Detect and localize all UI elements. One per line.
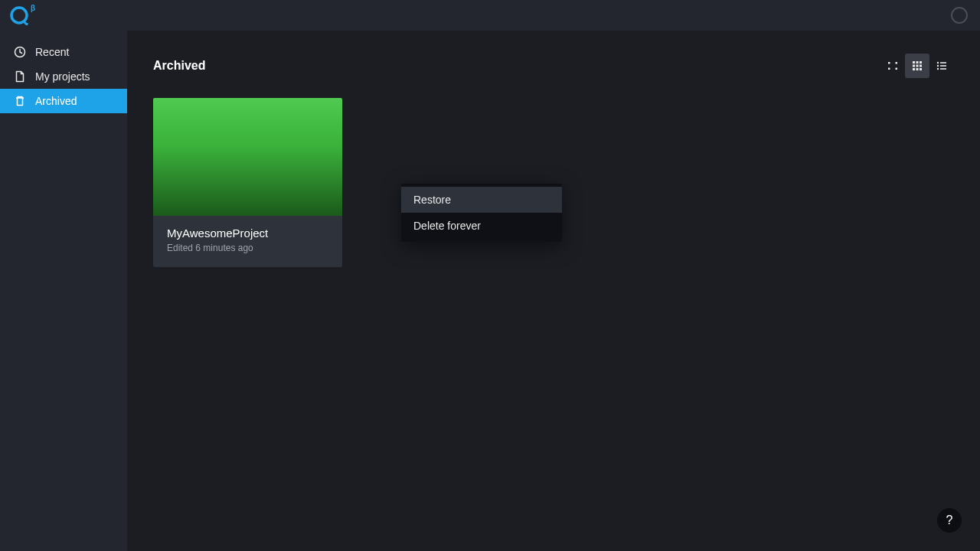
sidebar-item-label: Recent	[35, 46, 69, 58]
svg-rect-5	[888, 68, 890, 70]
sidebar-item-label: Archived	[35, 95, 77, 107]
context-menu: Restore Delete forever	[401, 184, 562, 242]
svg-rect-15	[920, 68, 922, 70]
trash-icon	[14, 95, 26, 107]
svg-rect-19	[940, 65, 946, 67]
sidebar-item-my-projects[interactable]: My projects	[0, 64, 127, 89]
file-icon	[14, 70, 26, 83]
svg-rect-17	[940, 62, 946, 64]
svg-rect-6	[896, 68, 898, 70]
sidebar: Recent My projects Archived	[0, 31, 127, 551]
help-icon: ?	[946, 514, 953, 527]
view-toggle-group	[880, 54, 954, 78]
svg-rect-12	[920, 65, 922, 67]
help-button[interactable]: ?	[937, 508, 962, 533]
project-thumbnail	[153, 98, 342, 216]
sidebar-item-label: My projects	[35, 70, 90, 83]
main-content: Archived	[127, 31, 980, 551]
view-compact-grid-button[interactable]	[880, 54, 905, 78]
list-icon	[936, 60, 947, 71]
project-edited-time: Edited 6 minutes ago	[167, 243, 328, 253]
compact-grid-icon	[887, 60, 898, 71]
svg-rect-3	[888, 62, 890, 64]
topbar: β	[0, 0, 980, 31]
clock-icon	[14, 46, 26, 58]
view-list-button[interactable]	[929, 54, 954, 78]
grid-icon	[912, 60, 923, 71]
view-grid-button[interactable]	[905, 54, 929, 78]
page-title: Archived	[153, 59, 205, 73]
svg-rect-8	[916, 61, 919, 64]
project-card[interactable]: MyAwesomeProject Edited 6 minutes ago	[153, 98, 342, 267]
svg-rect-11	[916, 65, 919, 67]
project-title: MyAwesomeProject	[167, 227, 328, 240]
svg-rect-21	[940, 68, 946, 70]
svg-rect-9	[920, 61, 922, 64]
svg-point-20	[937, 68, 939, 70]
svg-rect-13	[913, 68, 915, 70]
svg-rect-10	[913, 65, 915, 67]
avatar[interactable]	[951, 7, 968, 24]
beta-badge: β	[31, 4, 35, 12]
svg-point-16	[937, 62, 939, 64]
svg-point-18	[937, 65, 939, 67]
sidebar-item-archived[interactable]: Archived	[0, 89, 127, 113]
app-logo[interactable]: β	[9, 5, 35, 25]
menu-item-delete-forever[interactable]: Delete forever	[401, 213, 562, 239]
svg-rect-4	[896, 62, 898, 64]
svg-rect-7	[913, 61, 915, 64]
menu-item-restore[interactable]: Restore	[401, 187, 562, 213]
logo-icon	[9, 5, 29, 25]
sidebar-item-recent[interactable]: Recent	[0, 40, 127, 64]
svg-rect-14	[916, 68, 919, 70]
